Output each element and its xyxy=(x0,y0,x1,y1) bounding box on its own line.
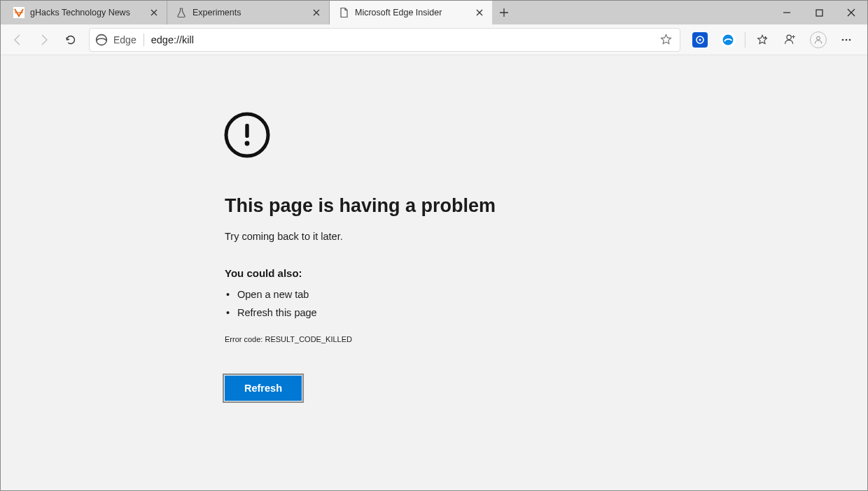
svg-point-6 xyxy=(786,35,790,39)
toolbar: Edge edge://kill xyxy=(1,24,867,55)
extension-badge-icon xyxy=(692,32,708,48)
toolbar-right xyxy=(686,27,863,52)
close-window-button[interactable] xyxy=(835,1,867,24)
svg-point-8 xyxy=(842,38,844,41)
tab-ghacks[interactable]: gHacks Technology News xyxy=(5,1,167,24)
identity-divider xyxy=(144,34,144,46)
forward-button[interactable] xyxy=(31,27,57,52)
tab-title: Experiments xyxy=(192,8,305,17)
tab-close-icon[interactable] xyxy=(311,7,322,18)
error-subtext: Try coming back to it later. xyxy=(225,231,645,242)
edge-extension-icon xyxy=(720,32,736,48)
maximize-button[interactable] xyxy=(803,1,835,24)
back-button[interactable] xyxy=(5,27,30,52)
refresh-page-button[interactable]: Refresh xyxy=(225,376,302,401)
new-tab-button[interactable] xyxy=(492,1,516,24)
menu-button[interactable] xyxy=(832,27,860,52)
profile-avatar-icon xyxy=(810,31,827,48)
titlebar: gHacks Technology News Experiments Micro… xyxy=(1,1,867,24)
tabstrip: gHacks Technology News Experiments Micro… xyxy=(1,1,516,24)
tab-experiments[interactable]: Experiments xyxy=(167,1,330,24)
tab-close-icon[interactable] xyxy=(474,7,485,18)
also-heading: You could also: xyxy=(225,267,645,279)
tab-title: gHacks Technology News xyxy=(30,8,143,17)
ghacks-favicon xyxy=(13,7,24,18)
svg-point-7 xyxy=(817,36,820,40)
identity-label: Edge xyxy=(113,34,136,45)
error-exclamation-icon xyxy=(223,111,645,159)
extension-2[interactable] xyxy=(714,27,742,52)
window-controls xyxy=(771,1,867,24)
error-heading: This page is having a problem xyxy=(225,195,645,217)
tab-title: Microsoft Edge Insider xyxy=(355,8,468,17)
page-content: This page is having a problem Try coming… xyxy=(1,55,867,490)
page-icon xyxy=(338,7,349,18)
tab-close-icon[interactable] xyxy=(148,7,160,18)
flask-icon xyxy=(176,7,187,18)
svg-point-13 xyxy=(245,141,250,146)
svg-point-10 xyxy=(849,38,851,41)
tab-edge-insider[interactable]: Microsoft Edge Insider xyxy=(330,1,492,24)
svg-rect-1 xyxy=(816,10,822,16)
favorites-button[interactable] xyxy=(748,27,776,52)
address-bar[interactable]: Edge edge://kill xyxy=(89,28,680,52)
feedback-button[interactable] xyxy=(776,27,804,52)
svg-point-4 xyxy=(699,38,701,41)
svg-rect-12 xyxy=(245,124,248,138)
profile-button[interactable] xyxy=(804,27,832,52)
extension-1[interactable] xyxy=(686,27,714,52)
site-identity[interactable]: Edge xyxy=(95,34,136,46)
url-text[interactable]: edge://kill xyxy=(151,34,650,45)
edge-logo-icon xyxy=(95,34,108,46)
suggestion-item: Open a new tab xyxy=(225,289,645,300)
minimize-button[interactable] xyxy=(771,1,803,24)
refresh-button[interactable] xyxy=(58,27,83,52)
error-code: Error code: RESULT_CODE_KILLED xyxy=(225,335,645,343)
suggestion-item: Refresh this page xyxy=(225,307,645,318)
toolbar-separator xyxy=(745,32,746,48)
favorite-star-icon[interactable] xyxy=(657,31,674,48)
suggestion-list: Open a new tab Refresh this page xyxy=(225,289,645,318)
svg-point-9 xyxy=(846,38,848,41)
error-container: This page is having a problem Try coming… xyxy=(225,111,645,401)
